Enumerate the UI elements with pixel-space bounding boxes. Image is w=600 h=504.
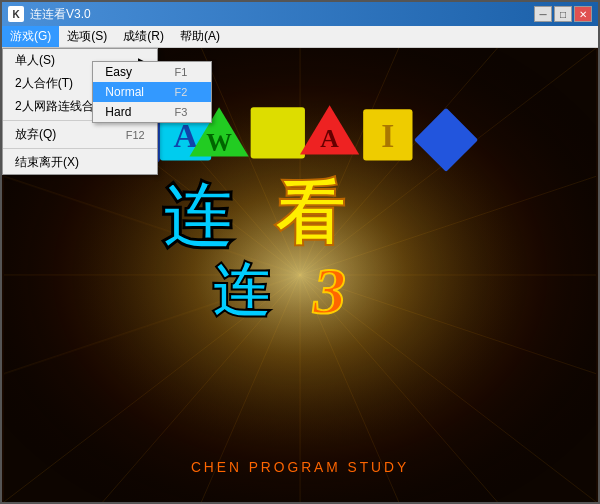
svg-text:3: 3 xyxy=(312,255,346,327)
menu-item-scores[interactable]: 成绩(R) xyxy=(115,26,172,47)
difficulty-easy[interactable]: Easy F1 xyxy=(93,62,211,82)
maximize-button[interactable]: □ xyxy=(554,6,572,22)
close-button[interactable]: ✕ xyxy=(574,6,592,22)
window-title: 连连看V3.0 xyxy=(30,6,91,23)
main-window: K 连连看V3.0 ─ □ ✕ 游戏(G) 选项(S) 成绩(R) 帮助(A) … xyxy=(0,0,600,504)
minimize-button[interactable]: ─ xyxy=(534,6,552,22)
svg-text:连: 连 xyxy=(212,259,271,322)
title-bar: K 连连看V3.0 ─ □ ✕ xyxy=(2,2,598,26)
menu-bar: 游戏(G) 选项(S) 成绩(R) 帮助(A) 单人(S) Easy F1 xyxy=(2,26,598,48)
menu-item-options[interactable]: 选项(S) xyxy=(59,26,115,47)
difficulty-normal[interactable]: Normal F2 xyxy=(93,82,211,102)
difficulty-hard[interactable]: Hard F3 xyxy=(93,102,211,122)
svg-text:连: 连 xyxy=(162,178,233,255)
window-icon: K xyxy=(8,6,24,22)
separator-2 xyxy=(3,148,157,149)
menu-item-game[interactable]: 游戏(G) xyxy=(2,26,59,47)
game-dropdown: 单人(S) Easy F1 Normal F2 xyxy=(2,48,158,175)
title-bar-left: K 连连看V3.0 xyxy=(8,6,91,23)
title-buttons: ─ □ ✕ xyxy=(534,6,592,22)
menu-quit[interactable]: 结束离开(X) xyxy=(3,151,157,174)
single-submenu: Easy F1 Normal F2 Hard F3 xyxy=(92,61,212,123)
menu-abandon[interactable]: 放弃(Q) F12 xyxy=(3,123,157,146)
menu-item-help[interactable]: 帮助(A) xyxy=(172,26,228,47)
svg-text:看: 看 xyxy=(274,175,345,252)
dropdown-panel: 单人(S) Easy F1 Normal F2 xyxy=(2,48,158,175)
svg-text:CHEN  PROGRAM  STUDY: CHEN PROGRAM STUDY xyxy=(191,459,409,475)
menu-single[interactable]: 单人(S) Easy F1 Normal F2 xyxy=(3,49,157,72)
